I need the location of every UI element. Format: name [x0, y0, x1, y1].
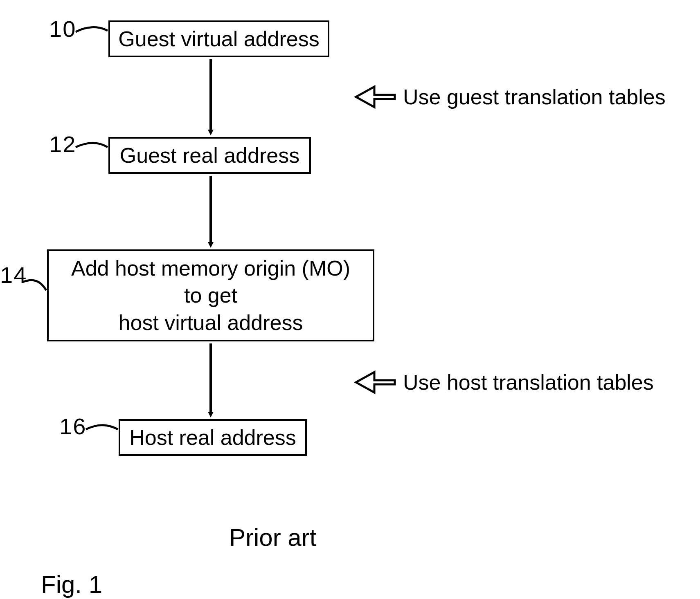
box-host-real-address: Host real address [119, 419, 307, 456]
figure-label: Fig. 1 [41, 570, 102, 599]
leader-10 [76, 27, 108, 32]
ref-num-14: 14 [0, 262, 27, 288]
box-14-text: Add host memory origin (MO) to get host … [71, 255, 350, 337]
box-16-text: Host real address [129, 424, 296, 451]
block-arrow-icon-1 [356, 87, 395, 107]
annotation-host-translation: Use host translation tables [403, 370, 654, 395]
box-12-text: Guest real address [120, 142, 299, 169]
leader-12 [76, 143, 108, 147]
box-guest-real-address: Guest real address [108, 137, 311, 174]
box-10-text: Guest virtual address [118, 25, 319, 53]
diagram-stage: Guest virtual address 10 Guest real addr… [0, 0, 700, 599]
annotation-guest-translation: Use guest translation tables [403, 85, 666, 109]
leader-16 [86, 425, 118, 429]
caption-prior-art: Prior art [229, 523, 316, 552]
box-guest-virtual-address: Guest virtual address [108, 20, 329, 57]
box-add-host-memory-origin: Add host memory origin (MO) to get host … [47, 249, 374, 341]
ref-num-16: 16 [59, 413, 86, 440]
block-arrow-icon-2 [356, 372, 395, 393]
ref-num-12: 12 [49, 131, 76, 157]
ref-num-10: 10 [49, 16, 76, 42]
